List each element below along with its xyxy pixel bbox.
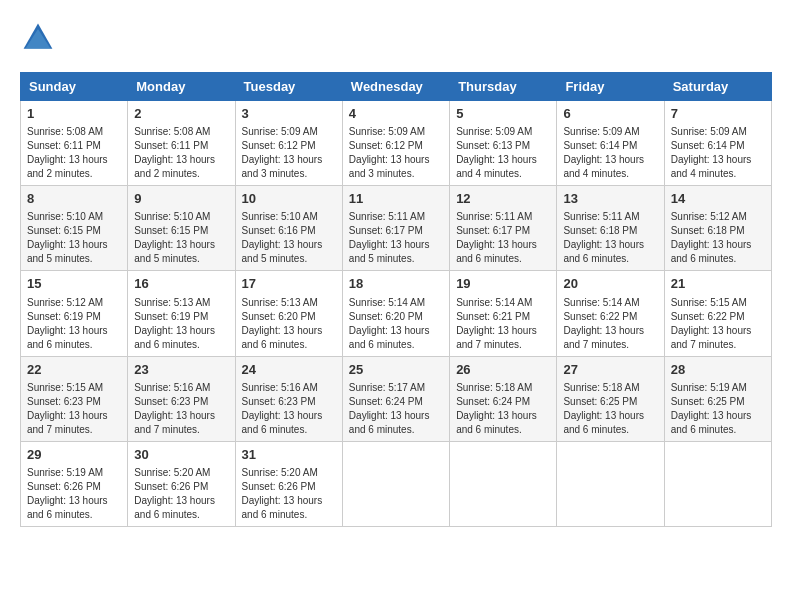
day-number: 8	[27, 190, 121, 208]
day-info: Sunrise: 5:10 AM Sunset: 6:15 PM Dayligh…	[27, 210, 121, 266]
calendar-cell: 31Sunrise: 5:20 AM Sunset: 6:26 PM Dayli…	[235, 441, 342, 526]
calendar-cell: 27Sunrise: 5:18 AM Sunset: 6:25 PM Dayli…	[557, 356, 664, 441]
day-number: 1	[27, 105, 121, 123]
day-info: Sunrise: 5:19 AM Sunset: 6:25 PM Dayligh…	[671, 381, 765, 437]
calendar-week-1: 1Sunrise: 5:08 AM Sunset: 6:11 PM Daylig…	[21, 101, 772, 186]
calendar-cell: 2Sunrise: 5:08 AM Sunset: 6:11 PM Daylig…	[128, 101, 235, 186]
day-info: Sunrise: 5:11 AM Sunset: 6:17 PM Dayligh…	[349, 210, 443, 266]
calendar-cell: 23Sunrise: 5:16 AM Sunset: 6:23 PM Dayli…	[128, 356, 235, 441]
calendar-cell	[557, 441, 664, 526]
day-info: Sunrise: 5:10 AM Sunset: 6:16 PM Dayligh…	[242, 210, 336, 266]
day-number: 23	[134, 361, 228, 379]
day-info: Sunrise: 5:09 AM Sunset: 6:14 PM Dayligh…	[563, 125, 657, 181]
calendar-cell: 20Sunrise: 5:14 AM Sunset: 6:22 PM Dayli…	[557, 271, 664, 356]
calendar-week-5: 29Sunrise: 5:19 AM Sunset: 6:26 PM Dayli…	[21, 441, 772, 526]
day-info: Sunrise: 5:15 AM Sunset: 6:22 PM Dayligh…	[671, 296, 765, 352]
calendar-cell: 26Sunrise: 5:18 AM Sunset: 6:24 PM Dayli…	[450, 356, 557, 441]
logo-icon	[20, 20, 56, 56]
day-info: Sunrise: 5:16 AM Sunset: 6:23 PM Dayligh…	[134, 381, 228, 437]
day-info: Sunrise: 5:12 AM Sunset: 6:19 PM Dayligh…	[27, 296, 121, 352]
col-header-wednesday: Wednesday	[342, 73, 449, 101]
day-info: Sunrise: 5:14 AM Sunset: 6:20 PM Dayligh…	[349, 296, 443, 352]
day-number: 9	[134, 190, 228, 208]
day-info: Sunrise: 5:13 AM Sunset: 6:19 PM Dayligh…	[134, 296, 228, 352]
calendar-cell: 4Sunrise: 5:09 AM Sunset: 6:12 PM Daylig…	[342, 101, 449, 186]
day-info: Sunrise: 5:17 AM Sunset: 6:24 PM Dayligh…	[349, 381, 443, 437]
page-header	[20, 20, 772, 56]
day-number: 30	[134, 446, 228, 464]
day-number: 31	[242, 446, 336, 464]
calendar-cell	[450, 441, 557, 526]
day-number: 14	[671, 190, 765, 208]
day-number: 11	[349, 190, 443, 208]
col-header-thursday: Thursday	[450, 73, 557, 101]
col-header-friday: Friday	[557, 73, 664, 101]
day-info: Sunrise: 5:20 AM Sunset: 6:26 PM Dayligh…	[242, 466, 336, 522]
day-info: Sunrise: 5:12 AM Sunset: 6:18 PM Dayligh…	[671, 210, 765, 266]
col-header-sunday: Sunday	[21, 73, 128, 101]
calendar-cell: 6Sunrise: 5:09 AM Sunset: 6:14 PM Daylig…	[557, 101, 664, 186]
day-info: Sunrise: 5:14 AM Sunset: 6:21 PM Dayligh…	[456, 296, 550, 352]
day-number: 16	[134, 275, 228, 293]
calendar-cell: 28Sunrise: 5:19 AM Sunset: 6:25 PM Dayli…	[664, 356, 771, 441]
day-number: 7	[671, 105, 765, 123]
day-number: 21	[671, 275, 765, 293]
day-info: Sunrise: 5:20 AM Sunset: 6:26 PM Dayligh…	[134, 466, 228, 522]
day-info: Sunrise: 5:09 AM Sunset: 6:12 PM Dayligh…	[349, 125, 443, 181]
day-info: Sunrise: 5:10 AM Sunset: 6:15 PM Dayligh…	[134, 210, 228, 266]
calendar-cell: 19Sunrise: 5:14 AM Sunset: 6:21 PM Dayli…	[450, 271, 557, 356]
calendar-cell: 14Sunrise: 5:12 AM Sunset: 6:18 PM Dayli…	[664, 186, 771, 271]
day-number: 3	[242, 105, 336, 123]
day-info: Sunrise: 5:11 AM Sunset: 6:18 PM Dayligh…	[563, 210, 657, 266]
day-info: Sunrise: 5:09 AM Sunset: 6:12 PM Dayligh…	[242, 125, 336, 181]
day-number: 10	[242, 190, 336, 208]
calendar-cell: 24Sunrise: 5:16 AM Sunset: 6:23 PM Dayli…	[235, 356, 342, 441]
calendar-cell: 18Sunrise: 5:14 AM Sunset: 6:20 PM Dayli…	[342, 271, 449, 356]
day-info: Sunrise: 5:13 AM Sunset: 6:20 PM Dayligh…	[242, 296, 336, 352]
calendar-cell: 25Sunrise: 5:17 AM Sunset: 6:24 PM Dayli…	[342, 356, 449, 441]
day-info: Sunrise: 5:15 AM Sunset: 6:23 PM Dayligh…	[27, 381, 121, 437]
calendar-cell: 7Sunrise: 5:09 AM Sunset: 6:14 PM Daylig…	[664, 101, 771, 186]
calendar-cell: 13Sunrise: 5:11 AM Sunset: 6:18 PM Dayli…	[557, 186, 664, 271]
day-number: 5	[456, 105, 550, 123]
calendar-cell: 5Sunrise: 5:09 AM Sunset: 6:13 PM Daylig…	[450, 101, 557, 186]
calendar-cell: 15Sunrise: 5:12 AM Sunset: 6:19 PM Dayli…	[21, 271, 128, 356]
calendar-week-2: 8Sunrise: 5:10 AM Sunset: 6:15 PM Daylig…	[21, 186, 772, 271]
day-number: 17	[242, 275, 336, 293]
calendar-cell: 8Sunrise: 5:10 AM Sunset: 6:15 PM Daylig…	[21, 186, 128, 271]
calendar-table: SundayMondayTuesdayWednesdayThursdayFrid…	[20, 72, 772, 527]
calendar-cell: 1Sunrise: 5:08 AM Sunset: 6:11 PM Daylig…	[21, 101, 128, 186]
calendar-cell: 12Sunrise: 5:11 AM Sunset: 6:17 PM Dayli…	[450, 186, 557, 271]
day-info: Sunrise: 5:08 AM Sunset: 6:11 PM Dayligh…	[27, 125, 121, 181]
calendar-cell: 17Sunrise: 5:13 AM Sunset: 6:20 PM Dayli…	[235, 271, 342, 356]
calendar-cell: 9Sunrise: 5:10 AM Sunset: 6:15 PM Daylig…	[128, 186, 235, 271]
day-number: 18	[349, 275, 443, 293]
day-number: 12	[456, 190, 550, 208]
day-number: 19	[456, 275, 550, 293]
day-info: Sunrise: 5:14 AM Sunset: 6:22 PM Dayligh…	[563, 296, 657, 352]
calendar-cell	[342, 441, 449, 526]
day-info: Sunrise: 5:18 AM Sunset: 6:25 PM Dayligh…	[563, 381, 657, 437]
day-info: Sunrise: 5:19 AM Sunset: 6:26 PM Dayligh…	[27, 466, 121, 522]
day-info: Sunrise: 5:09 AM Sunset: 6:13 PM Dayligh…	[456, 125, 550, 181]
day-number: 15	[27, 275, 121, 293]
day-info: Sunrise: 5:08 AM Sunset: 6:11 PM Dayligh…	[134, 125, 228, 181]
calendar-cell: 10Sunrise: 5:10 AM Sunset: 6:16 PM Dayli…	[235, 186, 342, 271]
calendar-cell	[664, 441, 771, 526]
day-number: 26	[456, 361, 550, 379]
col-header-tuesday: Tuesday	[235, 73, 342, 101]
day-number: 20	[563, 275, 657, 293]
calendar-cell: 29Sunrise: 5:19 AM Sunset: 6:26 PM Dayli…	[21, 441, 128, 526]
col-header-monday: Monday	[128, 73, 235, 101]
calendar-cell: 22Sunrise: 5:15 AM Sunset: 6:23 PM Dayli…	[21, 356, 128, 441]
day-number: 4	[349, 105, 443, 123]
day-number: 22	[27, 361, 121, 379]
day-info: Sunrise: 5:18 AM Sunset: 6:24 PM Dayligh…	[456, 381, 550, 437]
day-number: 25	[349, 361, 443, 379]
calendar-cell: 11Sunrise: 5:11 AM Sunset: 6:17 PM Dayli…	[342, 186, 449, 271]
day-number: 24	[242, 361, 336, 379]
calendar-cell: 21Sunrise: 5:15 AM Sunset: 6:22 PM Dayli…	[664, 271, 771, 356]
calendar-week-3: 15Sunrise: 5:12 AM Sunset: 6:19 PM Dayli…	[21, 271, 772, 356]
col-header-saturday: Saturday	[664, 73, 771, 101]
calendar-cell: 3Sunrise: 5:09 AM Sunset: 6:12 PM Daylig…	[235, 101, 342, 186]
